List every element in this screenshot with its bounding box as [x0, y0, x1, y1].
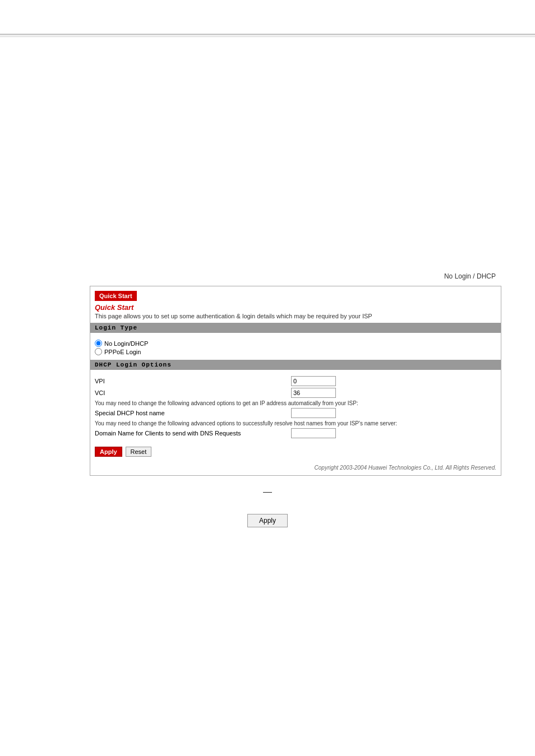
apply-button[interactable]: Apply [95, 447, 122, 457]
bottom-apply-container: Apply [0, 514, 535, 527]
radio-no-login[interactable]: No Login/DHCP [95, 340, 496, 347]
radio-pppoe-input[interactable] [95, 348, 102, 355]
button-row: Apply Reset [95, 447, 496, 457]
radio-pppoe-label: PPPoE Login [104, 349, 141, 355]
radio-pppoe[interactable]: PPPoE Login [95, 348, 496, 355]
divider-line [0, 36, 535, 37]
bottom-apply-button[interactable]: Apply [247, 514, 288, 527]
special-dhcp-label: Special DHCP host name [95, 410, 291, 416]
radio-no-login-label: No Login/DHCP [104, 340, 148, 347]
top-divider [0, 34, 535, 35]
special-dhcp-row: Special DHCP host name [95, 408, 496, 418]
note1: You may need to change the following adv… [95, 400, 496, 406]
reset-button[interactable]: Reset [126, 447, 152, 457]
login-type-body: No Login/DHCP PPPoE Login [90, 335, 501, 360]
vci-label: VCI [95, 389, 291, 396]
vpi-row: VPI [95, 376, 496, 386]
login-type-label: No Login / DHCP [0, 272, 501, 280]
vci-input[interactable] [291, 388, 336, 398]
form-title: Quick Start [90, 303, 501, 313]
dhcp-header: DHCP Login Options [90, 360, 501, 370]
domain-label: Domain Name for Clients to send with DNS… [95, 430, 291, 437]
vpi-input[interactable] [291, 376, 336, 386]
radio-group: No Login/DHCP PPPoE Login [95, 340, 496, 355]
vpi-label: VPI [95, 378, 291, 384]
domain-input[interactable] [291, 428, 336, 438]
form-subtitle: This page allows you to set up some auth… [90, 313, 501, 323]
radio-no-login-input[interactable] [95, 340, 102, 347]
dhcp-body: VPI VCI You may need to change the follo… [90, 372, 501, 442]
login-type-header: Login Type [90, 323, 501, 333]
copyright: Copyright 2003-2004 Huawei Technologies … [90, 461, 501, 475]
special-dhcp-input[interactable] [291, 408, 336, 418]
bottom-dash: — [0, 487, 535, 497]
main-frame: Quick Start Quick Start This page allows… [90, 286, 501, 476]
note2: You may need to change the following adv… [95, 420, 496, 426]
domain-row: Domain Name for Clients to send with DNS… [95, 428, 496, 438]
quick-start-tab[interactable]: Quick Start [95, 291, 137, 301]
vci-row: VCI [95, 388, 496, 398]
